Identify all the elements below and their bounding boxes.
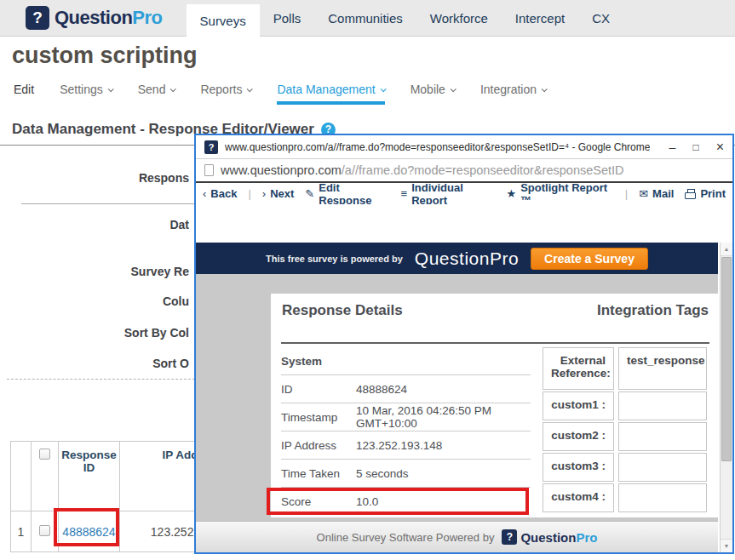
- questionpro-logo-icon: ?: [26, 6, 49, 30]
- next-button[interactable]: ›Next: [262, 187, 295, 200]
- window-title: www.questionpro.com/a//frame.do?mode=res…: [225, 141, 650, 153]
- dashed-divider: [7, 379, 195, 380]
- iframe-scrollbar[interactable]: ▲ ▼: [720, 243, 732, 552]
- subnav-send-label: Send: [138, 83, 166, 96]
- chevron-right-icon: ›: [262, 187, 266, 200]
- next-label: Next: [270, 187, 294, 200]
- form-label-survey-re: Survey Re: [10, 265, 189, 278]
- integration-label-custom4: custom4 :: [543, 483, 614, 512]
- questionpro-logo-icon: ?: [502, 529, 517, 545]
- subnav-edit[interactable]: Edit: [14, 83, 34, 96]
- spotlight-report-button[interactable]: ★Spotlight Report ™: [507, 181, 614, 207]
- logo-text-pro: Pro: [576, 530, 597, 545]
- maximize-icon[interactable]: □: [692, 142, 698, 152]
- tab-communities[interactable]: Communities: [314, 0, 416, 37]
- tab-polls[interactable]: Polls: [260, 0, 315, 37]
- print-button[interactable]: Print: [685, 187, 726, 200]
- survey-iframe: This free survey is powered by QuestionP…: [196, 204, 732, 552]
- logo-text-pro: Pro: [132, 7, 162, 28]
- individual-report-button[interactable]: ≡Individual Report: [401, 181, 496, 207]
- scroll-up-icon[interactable]: ▲: [721, 243, 732, 256]
- detail-row-time-taken: Time Taken 5 seconds: [281, 460, 531, 488]
- subnav-send[interactable]: Send: [138, 83, 175, 96]
- tab-surveys[interactable]: Surveys: [187, 4, 260, 37]
- page-doc-icon: [204, 164, 214, 176]
- header-index: [11, 442, 32, 511]
- questionpro-favicon-icon: ?: [204, 140, 218, 154]
- tab-cx[interactable]: CX: [578, 0, 623, 37]
- list-icon: ≡: [401, 187, 408, 200]
- subnav-integration-label: Integration: [480, 83, 537, 96]
- detail-label: Time Taken: [281, 467, 356, 480]
- integration-label-external-reference: External Reference:: [543, 347, 614, 390]
- product-tabs: Surveys Polls Communities Workforce Inte…: [187, 0, 624, 37]
- top-navbar: ? QuestionPro Surveys Polls Communities …: [0, 0, 735, 37]
- footer-logo-text: QuestionPro: [520, 530, 597, 545]
- detail-value: 123.252.193.148: [356, 439, 442, 452]
- printer-icon: [685, 189, 696, 199]
- detail-value: 10.0: [356, 495, 378, 508]
- form-label-response: Respons: [10, 171, 189, 185]
- row-checkbox[interactable]: [39, 525, 50, 536]
- chevron-down-icon: [451, 86, 457, 92]
- questionpro-logo[interactable]: ? QuestionPro: [26, 6, 163, 30]
- pencil-icon: ✎: [305, 187, 314, 200]
- detail-label: Timestamp: [281, 411, 356, 424]
- form-label-columns: Colu: [10, 294, 189, 308]
- header-response-id: Response ID: [59, 442, 120, 511]
- response-details-list: System ID 48888624 Timestamp 10 Mar, 201…: [281, 347, 531, 516]
- toolbar-separator: |: [625, 187, 628, 200]
- detail-row-system: System: [281, 347, 531, 375]
- url-bar[interactable]: www.questionpro.com/a//frame.do?mode=res…: [196, 159, 732, 183]
- scroll-down-icon[interactable]: ▼: [721, 539, 732, 552]
- powered-by-text: This free survey is powered by: [266, 254, 403, 264]
- integration-value-custom4: [618, 483, 707, 512]
- window-titlebar: ? www.questionpro.com/a//frame.do?mode=r…: [196, 135, 732, 159]
- url-host: www.questionpro.com: [221, 163, 342, 177]
- tab-workforce[interactable]: Workforce: [416, 0, 502, 37]
- response-toolbar: ‹Back | ›Next ✎Edit Response ≡Individual…: [196, 183, 732, 204]
- select-all-checkbox[interactable]: [39, 449, 50, 460]
- subnav-reports[interactable]: Reports: [200, 83, 251, 96]
- subnav-edit-label: Edit: [14, 83, 34, 96]
- mail-button[interactable]: ✉Mail: [639, 187, 674, 200]
- create-a-survey-button[interactable]: Create a Survey: [531, 248, 648, 270]
- subnav-data-management[interactable]: Data Management: [277, 83, 384, 96]
- mail-label: Mail: [652, 187, 674, 200]
- scrollbar-thumb[interactable]: [721, 257, 732, 461]
- detail-value: 5 seconds: [356, 467, 409, 480]
- logo-text-question: Question: [520, 530, 576, 545]
- footer-questionpro-logo[interactable]: ? QuestionPro: [502, 529, 597, 545]
- chevron-down-icon: [170, 86, 176, 92]
- subnav-settings[interactable]: Settings: [60, 83, 112, 96]
- integration-tags-table: External Reference: test_response custom…: [543, 347, 707, 512]
- back-label: Back: [210, 187, 237, 200]
- toolbar-separator: |: [248, 187, 250, 200]
- detail-label: Score: [281, 495, 356, 508]
- tab-intercept[interactable]: Intercept: [502, 0, 578, 37]
- close-icon[interactable]: ×: [716, 140, 724, 154]
- envelope-icon: ✉: [639, 187, 648, 200]
- logo-text-question: Question: [55, 7, 132, 28]
- powered-by-banner: This free survey is powered by QuestionP…: [196, 243, 718, 274]
- individual-report-label: Individual Report: [411, 181, 495, 207]
- response-id-link[interactable]: 48888624: [62, 525, 115, 539]
- integration-tags-heading: Integration Tags: [597, 302, 709, 319]
- footer-powered-text: Online Survey Software Powered by: [317, 531, 495, 544]
- questionpro-logo-text: QuestionPro: [55, 7, 163, 29]
- header-checkbox-cell: [32, 442, 59, 511]
- minimize-icon[interactable]: –: [669, 141, 676, 153]
- spotlight-report-label: Spotlight Report ™: [520, 181, 614, 207]
- integration-value-external-reference: test_response: [618, 347, 707, 390]
- subnav-integration[interactable]: Integration: [480, 83, 546, 96]
- subnav-mobile[interactable]: Mobile: [411, 83, 455, 96]
- edit-response-button[interactable]: ✎Edit Response: [305, 181, 389, 207]
- form-divider: [21, 203, 194, 204]
- detail-value: 10 Mar, 2016 04:26:50 PM GMT+10:00: [356, 404, 531, 430]
- detail-row-timestamp: Timestamp 10 Mar, 2016 04:26:50 PM GMT+1…: [281, 403, 531, 431]
- subnav-reports-label: Reports: [200, 83, 242, 96]
- url-text: www.questionpro.com/a//frame.do?mode=res…: [221, 163, 624, 177]
- response-panel: Response Details Integration Tags System…: [271, 294, 720, 517]
- integration-label-custom3: custom3 :: [543, 453, 614, 482]
- back-button[interactable]: ‹Back: [203, 187, 237, 200]
